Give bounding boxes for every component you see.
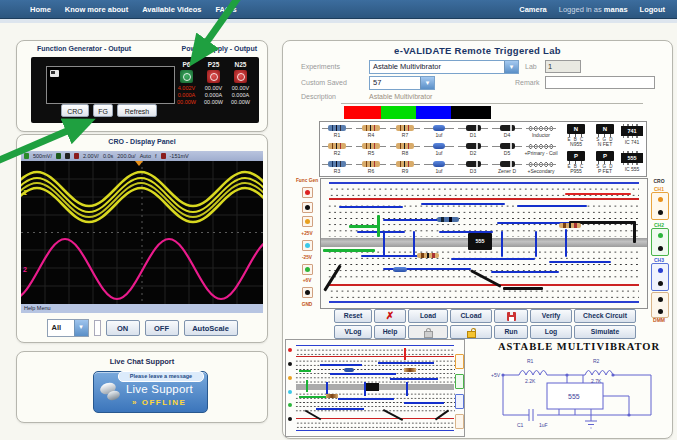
- tray-part-primary-coil[interactable]: +Primary - Coil: [524, 140, 558, 158]
- tray-part-r2[interactable]: R2: [320, 140, 354, 158]
- tray-part-cap1[interactable]: 1uf: [422, 122, 456, 140]
- tray-part-cap3[interactable]: 1uf: [422, 158, 456, 176]
- remark-field[interactable]: [545, 76, 655, 89]
- nav-home[interactable]: Home: [30, 5, 51, 14]
- tray-part-r6[interactable]: R6: [354, 158, 388, 176]
- wire[interactable]: [383, 219, 439, 221]
- nav-know-more[interactable]: Know more about: [65, 5, 128, 14]
- wire[interactable]: [383, 231, 385, 257]
- tray-part-r5[interactable]: R5: [354, 140, 388, 158]
- simulate-button[interactable]: Simulate: [574, 325, 636, 339]
- fg-button[interactable]: FG: [93, 104, 113, 117]
- tray-part-r4[interactable]: R4: [354, 122, 388, 140]
- p6-terminal[interactable]: [302, 264, 313, 275]
- delete-button[interactable]: ✗: [374, 309, 406, 323]
- tray-part-r9[interactable]: R9: [388, 158, 422, 176]
- run-button[interactable]: Run: [494, 325, 528, 339]
- help-button[interactable]: Help: [374, 325, 406, 339]
- wire[interactable]: [503, 287, 543, 290]
- placed-capacitor[interactable]: [393, 267, 407, 272]
- help-menu-bar[interactable]: Help Menu: [21, 304, 263, 313]
- wire[interactable]: [413, 231, 415, 257]
- p25-terminal[interactable]: [302, 216, 313, 227]
- funcgen-red-terminal[interactable]: [302, 187, 313, 198]
- nav-faqs[interactable]: FAQ's: [215, 5, 236, 14]
- p25-knob-icon[interactable]: [207, 70, 220, 83]
- tray-part-r1[interactable]: R1: [320, 122, 354, 140]
- wire[interactable]: [491, 271, 559, 273]
- lock-button[interactable]: [408, 325, 448, 339]
- unlock-button[interactable]: [450, 325, 492, 339]
- nav-camera[interactable]: Camera: [519, 5, 547, 14]
- on-button[interactable]: ON: [106, 320, 140, 336]
- chevron-down-icon[interactable]: ▼: [74, 320, 88, 336]
- placed-resistor[interactable]: [437, 217, 459, 222]
- channel-select[interactable]: All ▼: [47, 319, 89, 337]
- ch2-connector[interactable]: [651, 228, 669, 256]
- tray-part-zener[interactable]: Zener D: [490, 158, 524, 176]
- wire[interactable]: [349, 225, 379, 228]
- placed-resistor[interactable]: [559, 223, 581, 228]
- nav-logout[interactable]: Logout: [640, 5, 665, 14]
- wire[interactable]: [501, 231, 503, 257]
- wire-color-green[interactable]: [381, 106, 416, 119]
- wire-color-black[interactable]: [451, 106, 491, 119]
- wire[interactable]: [549, 261, 611, 263]
- wire[interactable]: [535, 231, 537, 257]
- tray-part-d1[interactable]: D1: [456, 122, 490, 140]
- tray-part-ic741[interactable]: 741IC 741: [618, 126, 646, 145]
- cro-button[interactable]: CRO: [61, 104, 89, 117]
- chevron-down-icon[interactable]: ▼: [504, 61, 518, 73]
- tray-part-secondary-coil[interactable]: +Secondary: [524, 158, 558, 176]
- tray-part-r7[interactable]: R7: [388, 122, 422, 140]
- tray-part-d3[interactable]: D3: [456, 158, 490, 176]
- wire[interactable]: [633, 221, 636, 243]
- autoscale-button[interactable]: AutoScale: [184, 320, 238, 336]
- wire-color-blue[interactable]: [416, 106, 451, 119]
- lab-number-field[interactable]: [545, 60, 581, 73]
- wire[interactable]: [421, 203, 505, 205]
- wire[interactable]: [323, 249, 375, 252]
- funcgen-black-terminal[interactable]: [302, 202, 313, 213]
- live-support-badge[interactable]: Please leave a message Live Support OFFL…: [93, 371, 208, 413]
- tray-part-d2[interactable]: D2: [456, 140, 490, 158]
- log-button[interactable]: Log: [530, 325, 572, 339]
- nav-available-videos[interactable]: Available Videos: [142, 5, 201, 14]
- breadboard[interactable]: 555: [320, 178, 648, 309]
- wire[interactable]: [357, 231, 405, 233]
- refresh-button[interactable]: Refresh: [117, 104, 157, 117]
- load-button[interactable]: Load: [408, 309, 448, 323]
- reset-button[interactable]: Reset: [334, 309, 372, 323]
- tray-part-d4[interactable]: D4: [490, 122, 524, 140]
- n25-terminal[interactable]: [302, 240, 313, 251]
- wire[interactable]: [339, 206, 403, 208]
- tray-part-r3[interactable]: R3: [320, 158, 354, 176]
- wire[interactable]: [451, 258, 535, 260]
- placed-resistor[interactable]: [417, 253, 439, 258]
- experiments-dropdown[interactable]: Astable Multivibrator ▼: [369, 60, 519, 74]
- chevron-down-icon[interactable]: ▼: [420, 77, 434, 89]
- ch3-connector[interactable]: [651, 263, 669, 291]
- ch1-connector[interactable]: [651, 192, 669, 220]
- tray-part-r8[interactable]: R8: [388, 140, 422, 158]
- wire[interactable]: [565, 229, 567, 257]
- verify-button[interactable]: Verify: [530, 309, 572, 323]
- n25-knob-icon[interactable]: [234, 70, 247, 83]
- gnd-terminal[interactable]: [302, 287, 313, 298]
- custom-saved-dropdown[interactable]: 57 ▼: [369, 76, 435, 90]
- tray-part-d5[interactable]: D5: [490, 140, 524, 158]
- tray-part-pfet[interactable]: PS G DP FET: [592, 151, 618, 174]
- dmm-connector[interactable]: [651, 292, 669, 318]
- vlog-button[interactable]: VLog: [334, 325, 372, 339]
- placed-ic-555[interactable]: 555: [468, 233, 492, 250]
- p6-knob-icon[interactable]: [180, 70, 193, 83]
- off-button[interactable]: OFF: [145, 320, 179, 336]
- wire[interactable]: [565, 193, 631, 195]
- tray-part-inductor[interactable]: Inductor: [524, 122, 558, 140]
- tray-part-ic555[interactable]: 555IC 555: [618, 153, 646, 172]
- cload-button[interactable]: CLoad: [450, 309, 492, 323]
- tray-part-pnp[interactable]: PE B CP955: [562, 151, 590, 174]
- save-button[interactable]: [494, 309, 528, 323]
- wire[interactable]: [517, 205, 587, 207]
- check-circuit-button[interactable]: Check Circuit: [574, 309, 636, 323]
